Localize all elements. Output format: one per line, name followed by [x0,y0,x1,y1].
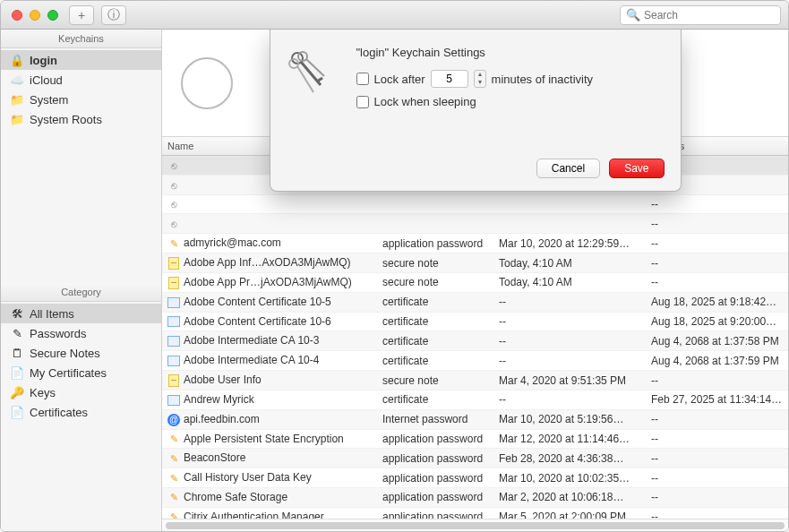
pencil-icon: ✎ [167,472,180,485]
sidebar-item-category-4[interactable]: 🔑Keys [1,382,161,402]
row-expires: Aug 18, 2025 at 9:18:42… [646,292,788,312]
pencil-icon: ✎ [167,433,180,445]
pencil-icon: ✎ [10,326,24,340]
table-row[interactable]: ⎋--login [162,194,788,214]
minimize-window-button[interactable] [30,10,40,21]
row-kind: Internet password [377,409,493,429]
table-row[interactable]: ✎admyrick@mac.comapplication passwordMar… [162,234,788,253]
search-field[interactable]: 🔍 [620,5,781,25]
tool-icon: 🛠 [10,306,24,321]
pencil-icon: ✎ [167,492,180,504]
svg-point-0 [182,58,232,108]
sidebar-item-category-1[interactable]: ✎Passwords [1,323,161,343]
keychain-settings-sheet: "login" Keychain Settings Lock after ▴▾ … [270,30,682,192]
save-button[interactable]: Save [609,159,664,178]
row-name: Apple Persistent State Encryption [184,433,344,445]
sidebar-item-category-5[interactable]: 📄Certificates [1,402,161,422]
at-icon: @ [167,414,180,426]
key-icon: ⎋ [167,159,180,172]
search-input[interactable] [644,9,778,21]
main-pane: Name Kind Date Modified Expires Keycha ⎋… [162,30,788,531]
add-button[interactable]: + [69,5,94,25]
table-row[interactable]: Adobe Content Certificate 10-5certificat… [162,292,788,312]
row-date: -- [493,351,646,371]
table-row[interactable]: Adobe Intermediate CA 10-3certificate--A… [162,331,788,351]
minutes-suffix: minutes of inactivity [492,73,593,86]
items-table-wrap[interactable]: Name Kind Date Modified Expires Keycha ⎋… [162,137,788,519]
sidebar-item-keychain-2[interactable]: 📁System [1,90,161,109]
plus-icon: + [78,8,85,22]
cancel-button[interactable]: Cancel [536,159,600,178]
table-row[interactable]: Adobe User Infosecure noteMar 4, 2020 at… [162,371,788,390]
cloud-icon: ☁️ [10,73,24,87]
row-name: Adobe Intermediate CA 10-4 [184,354,319,366]
row-date: Mar 5, 2020 at 2:00:09 PM [493,507,646,519]
sidebar-item-label: Secure Notes [30,347,100,360]
sidebar: Keychains 🔒login☁️iCloud📁System📁System R… [1,30,162,531]
sheet-title: "login" Keychain Settings [356,46,665,59]
items-table: Name Kind Date Modified Expires Keycha ⎋… [162,137,788,519]
row-date: Mar 12, 2020 at 11:14:46… [493,429,646,449]
sidebar-item-category-3[interactable]: 📄My Certificates [1,363,161,382]
sidebar-item-keychain-0[interactable]: 🔒login [1,50,161,70]
lock-icon: 🔒 [10,53,24,67]
info-icon: ⓘ [107,7,120,23]
row-date: Mar 2, 2020 at 10:06:18… [493,488,646,508]
sidebar-item-category-0[interactable]: 🛠All Items [1,304,161,323]
row-date: Mar 10, 2020 at 10:02:35… [493,468,646,488]
note-icon [167,277,180,289]
table-row[interactable]: Adobe Intermediate CA 10-4certificate--A… [162,351,788,371]
row-name: Call History User Data Key [184,471,312,484]
row-date: -- [493,331,646,351]
row-kind: secure note [377,272,493,292]
sidebar-item-label: System Roots [30,113,102,126]
row-expires: Aug 18, 2025 at 9:20:00… [646,312,788,331]
row-name: Andrew Myrick [184,393,254,406]
close-window-button[interactable] [12,10,22,21]
pencil-icon: ✎ [167,511,180,519]
table-row[interactable]: ✎Citrix Authentication Managerapplicatio… [162,507,788,519]
row-kind [377,214,493,234]
keychain-access-window: + ⓘ 🔍 Keychains 🔒login☁️iCloud📁System📁Sy… [0,0,789,532]
lock-after-minutes-input[interactable] [431,70,468,88]
row-date: -- [493,390,646,409]
sidebar-item-keychain-1[interactable]: ☁️iCloud [1,70,161,90]
table-row[interactable]: Andrew Myrickcertificate--Feb 27, 2025 a… [162,390,788,409]
titlebar: + ⓘ 🔍 [1,1,788,30]
minutes-stepper[interactable]: ▴▾ [474,70,486,88]
row-expires: Aug 4, 2068 at 1:37:58 PM [646,331,788,351]
cert-icon [167,296,180,309]
table-row[interactable]: @api.feedbin.comInternet passwordMar 10,… [162,409,788,429]
row-expires: -- [646,194,788,214]
row-expires: -- [646,371,788,390]
table-row[interactable]: Adobe App Pr…jAxODA3MjAwMQ)secure noteTo… [162,272,788,292]
row-date: Today, 4:10 AM [493,272,646,292]
table-row[interactable]: ⎋--login [162,214,788,234]
sidebar-item-label: Passwords [30,327,87,340]
svg-line-3 [317,78,322,82]
row-date: -- [493,312,646,331]
sheet-keys-icon [287,46,344,116]
horizontal-scrollbar[interactable] [162,519,788,531]
table-row[interactable]: ✎BeaconStoreapplication passwordFeb 28, … [162,449,788,468]
sidebar-item-label: System [30,93,68,107]
table-row[interactable]: ✎Chrome Safe Storageapplication password… [162,488,788,508]
table-row[interactable]: Adobe App Inf…AxODA3MjAwMQ)secure noteTo… [162,253,788,273]
lock-after-checkbox[interactable] [356,73,369,85]
sidebar-item-label: All Items [30,307,74,321]
table-row[interactable]: ✎Call History User Data Keyapplication p… [162,468,788,488]
row-kind: secure note [377,371,493,390]
row-kind: application password [377,488,493,508]
table-row[interactable]: ✎Apple Persistent State Encryptionapplic… [162,429,788,449]
sidebar-item-label: iCloud [30,73,63,87]
lock-when-sleeping-checkbox[interactable] [356,96,369,108]
table-row[interactable]: Adobe Content Certificate 10-6certificat… [162,312,788,331]
sidebar-item-category-2[interactable]: 🗒Secure Notes [1,343,161,363]
info-button[interactable]: ⓘ [101,5,126,25]
row-date: Today, 4:10 AM [493,253,646,273]
row-kind: certificate [377,390,493,409]
zoom-window-button[interactable] [47,10,58,21]
sidebar-item-keychain-3[interactable]: 📁System Roots [1,109,161,129]
sidebar-item-label: Keys [30,386,56,399]
row-kind: application password [377,507,493,519]
